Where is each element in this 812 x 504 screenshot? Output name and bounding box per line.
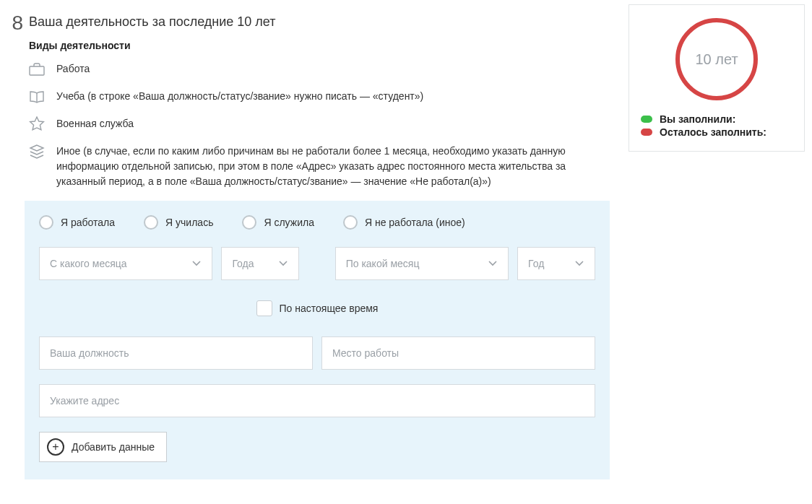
type-item-military: Военная служба <box>29 116 614 132</box>
radio-worked[interactable]: Я работала <box>39 215 115 230</box>
add-button-label: Добавить данные <box>72 441 155 453</box>
type-item-study: Учеба (в строке «Ваша должность/статус/з… <box>29 89 614 105</box>
legend-filled: Вы заполнили: <box>641 113 792 125</box>
type-label: Учеба (в строке «Ваша должность/статус/з… <box>56 89 423 104</box>
dot-green-icon <box>641 116 652 123</box>
type-label: Военная служба <box>56 116 134 131</box>
radio-label: Я служила <box>264 217 314 228</box>
select-to-year[interactable]: Год <box>517 247 595 280</box>
chevron-down-icon <box>278 258 288 269</box>
section-title: Ваша деятельность за последние 10 лет <box>29 14 614 30</box>
type-label: Иное (в случае, если по каким либо причи… <box>56 144 614 189</box>
dot-red-icon <box>641 129 652 136</box>
select-to-month[interactable]: По какой месяц <box>335 247 509 280</box>
select-placeholder: По какой месяц <box>346 258 420 269</box>
checkbox-label: По настоящее время <box>280 303 379 314</box>
plus-circle-icon: + <box>47 438 64 456</box>
checkbox-present[interactable] <box>256 300 272 316</box>
legend-label: Осталось заполнить: <box>660 126 766 138</box>
svg-rect-0 <box>30 66 44 75</box>
input-place[interactable] <box>321 336 595 370</box>
input-position[interactable] <box>39 336 313 370</box>
briefcase-icon <box>29 61 45 77</box>
select-placeholder: Год <box>528 258 544 269</box>
ring-text: 10 лет <box>695 51 738 68</box>
progress-ring: 10 лет <box>675 18 758 100</box>
select-from-month[interactable]: С какого месяца <box>39 247 212 280</box>
radio-icon <box>242 215 256 230</box>
type-item-work: Работа <box>29 61 614 77</box>
legend-label: Вы заполнили: <box>660 113 735 125</box>
chevron-down-icon <box>488 258 498 269</box>
chevron-down-icon <box>191 258 202 269</box>
radio-studied[interactable]: Я училась <box>144 215 213 230</box>
select-placeholder: С какого месяца <box>50 258 127 269</box>
chevron-down-icon <box>574 258 584 269</box>
types-heading: Виды деятельности <box>29 40 614 51</box>
radio-icon <box>39 215 53 230</box>
radio-label: Я работала <box>61 217 115 228</box>
type-label: Работа <box>56 61 90 77</box>
book-icon <box>29 89 45 105</box>
radio-not-worked[interactable]: Я не работала (иное) <box>343 215 465 230</box>
select-from-year[interactable]: Года <box>221 247 299 280</box>
radio-icon <box>144 215 158 230</box>
section-number: 8 <box>0 12 23 35</box>
status-panel: 10 лет Вы заполнили: Осталось заполнить: <box>629 4 805 152</box>
radio-label: Я не работала (иное) <box>365 217 465 228</box>
select-placeholder: Года <box>232 258 254 269</box>
activity-form-panel: Я работала Я училась Я служила Я не рабо… <box>25 201 610 479</box>
star-icon <box>29 116 45 132</box>
type-item-other: Иное (в случае, если по каким либо причи… <box>29 144 614 189</box>
radio-label: Я училась <box>165 217 213 228</box>
add-button[interactable]: + Добавить данные <box>39 432 167 462</box>
input-address[interactable] <box>39 384 595 417</box>
legend-remaining: Осталось заполнить: <box>641 126 792 138</box>
radio-icon <box>343 215 358 230</box>
layers-icon <box>29 144 45 160</box>
radio-served[interactable]: Я служила <box>242 215 314 230</box>
